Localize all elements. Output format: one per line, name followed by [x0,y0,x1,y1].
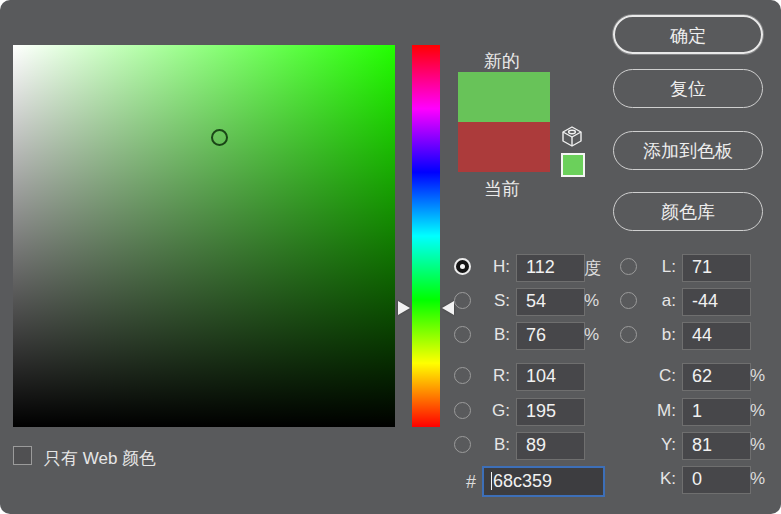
web-safe-color-swatch[interactable] [561,153,585,177]
field-unit: % [584,325,599,345]
radio-l[interactable] [620,258,637,275]
gamut-warning-cube-icon[interactable] [560,124,584,148]
text-caret [491,472,492,490]
field-row-b: B: 76 % [452,322,622,350]
s-input[interactable]: 54 [516,288,585,316]
field-row-r: R: 104 [452,363,622,391]
field-unit: 度 [584,257,601,280]
color-libraries-button[interactable]: 颜色库 [613,192,763,231]
field-row-k: K: 0 % [618,466,781,494]
field-row-l: L: 71 [618,254,781,282]
hue-slider[interactable] [412,45,440,427]
b-input[interactable]: 76 [516,322,585,350]
field-unit: % [750,435,765,455]
field-label: a: [640,291,676,311]
field-unit: % [750,469,765,489]
field-row-g: G: 195 [452,398,622,426]
current-color-label: 当前 [484,177,520,201]
field-row-a: a: -44 [618,288,781,316]
radio-r[interactable] [454,367,471,384]
radio-b[interactable] [454,326,471,343]
hex-input[interactable]: 68c359 [482,466,605,497]
field-label: G: [474,401,510,421]
field-row-m: M: 1 % [618,398,781,426]
new-color-swatch [458,72,550,122]
radio-lab-b[interactable] [620,326,637,343]
color-field-marker[interactable] [211,129,228,146]
radio-h[interactable] [454,258,471,275]
field-label: Y: [640,435,676,455]
field-row-s: S: 54 % [452,288,622,316]
web-only-checkbox[interactable] [13,446,32,465]
hex-prefix: # [466,472,476,493]
saturation-brightness-field[interactable] [13,45,395,427]
reset-button[interactable]: 复位 [613,69,763,108]
m-input[interactable]: 1 [682,398,751,426]
field-label: L: [640,257,676,277]
field-row-b2: B: 89 [452,432,622,460]
r-input[interactable]: 104 [516,363,585,391]
field-row-lab-b: b: 44 [618,322,781,350]
current-color-swatch[interactable] [458,122,550,172]
hex-value: 68c359 [493,471,552,491]
field-label: R: [474,366,510,386]
field-unit: % [750,401,765,421]
radio-a[interactable] [620,292,637,309]
ok-button[interactable]: 确定 [613,15,763,54]
radio-s[interactable] [454,292,471,309]
y-input[interactable]: 81 [682,432,751,460]
a-input[interactable]: -44 [682,288,751,316]
new-color-label: 新的 [484,49,520,73]
field-label: b: [640,325,676,345]
field-label: K: [640,469,676,489]
radio-b2[interactable] [454,436,471,453]
field-unit: % [750,366,765,386]
field-label: H: [474,257,510,277]
hue-slider-handle-left[interactable] [398,301,410,315]
c-input[interactable]: 62 [682,363,751,391]
field-label: C: [640,366,676,386]
field-label: S: [474,291,510,311]
field-label: B: [474,325,510,345]
field-label: M: [640,401,676,421]
b2-input[interactable]: 89 [516,432,585,460]
lab-b-input[interactable]: 44 [682,322,751,350]
field-unit: % [584,291,599,311]
color-picker-dialog: 新的 当前 确定 复位 添加到色板 颜色库 H: 112 度 S: 54 % B… [0,0,781,514]
field-row-c: C: 62 % [618,363,781,391]
color-compare-swatch [458,72,550,172]
h-input[interactable]: 112 [516,254,585,282]
l-input[interactable]: 71 [682,254,751,282]
k-input[interactable]: 0 [682,466,751,494]
add-to-swatches-button[interactable]: 添加到色板 [613,131,763,170]
radio-g[interactable] [454,402,471,419]
g-input[interactable]: 195 [516,398,585,426]
field-label: B: [474,435,510,455]
field-row-y: Y: 81 % [618,432,781,460]
field-row-h: H: 112 度 [452,254,622,282]
web-only-label: 只有 Web 颜色 [44,447,156,470]
